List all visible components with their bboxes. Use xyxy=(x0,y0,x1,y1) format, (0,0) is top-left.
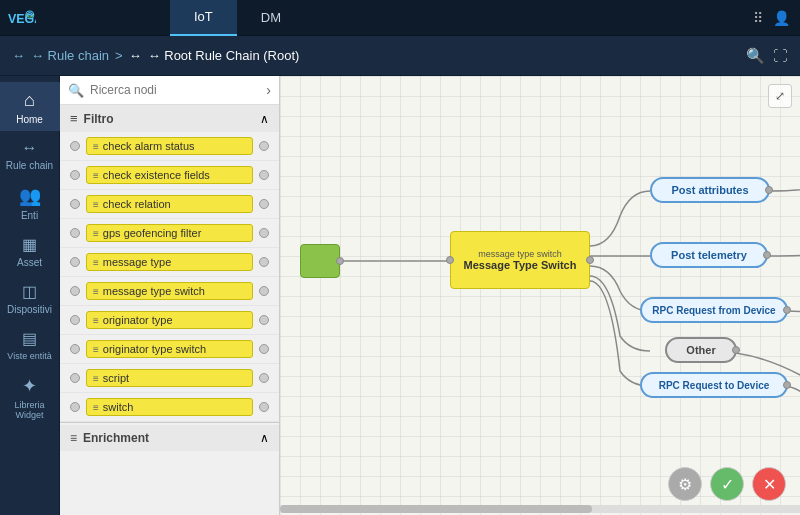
search-bar: 🔍 › xyxy=(60,76,279,105)
node-chip-gps: ≡ gps geofencing filter xyxy=(86,224,253,242)
list-item-message-type[interactable]: ≡ message type xyxy=(60,248,279,277)
port-left-5 xyxy=(70,257,80,267)
cancel-button[interactable]: ✕ xyxy=(752,467,786,501)
port-left-6 xyxy=(70,286,80,296)
chip-icon-6: ≡ xyxy=(93,286,99,297)
chip-icon-10: ≡ xyxy=(93,402,99,413)
search-icon[interactable]: 🔍 xyxy=(746,47,765,65)
nav-home[interactable]: ⌂ Home xyxy=(0,82,60,131)
user-icon[interactable]: 👤 xyxy=(773,10,790,26)
node-chip-check-alarm: ≡ check alarm status xyxy=(86,137,253,155)
search-input[interactable] xyxy=(90,83,260,97)
grid-icon[interactable]: ⠿ xyxy=(753,10,763,26)
enrichment-header[interactable]: ≡ Enrichment ∧ xyxy=(60,425,279,451)
canvas-scrollbar[interactable] xyxy=(280,505,800,513)
left-nav: ⌂ Home ↔ Rule chain 👥 Enti ▦ Asset ◫ Dis… xyxy=(0,76,60,515)
node-other[interactable]: Other xyxy=(665,337,737,363)
scrollbar-thumb xyxy=(280,505,592,513)
list-item-check-alarm[interactable]: ≡ check alarm status xyxy=(60,132,279,161)
node-panel: 🔍 › ≡ Filtro ∧ ≡ check alarm status xyxy=(60,76,280,515)
nav-viste-entita[interactable]: ▤ Viste entità xyxy=(0,321,60,367)
tab-dm[interactable]: DM xyxy=(237,0,305,36)
node-chip-originator-type: ≡ originator type xyxy=(86,311,253,329)
filter-icon: ≡ xyxy=(70,111,78,126)
port-left-8 xyxy=(70,344,80,354)
node-chip-check-relation: ≡ check relation xyxy=(86,195,253,213)
port-right-7 xyxy=(259,315,269,325)
widget-icon: ✦ xyxy=(22,375,37,397)
breadcrumb-sep: > xyxy=(115,48,123,63)
list-item-message-type-switch[interactable]: ≡ message type switch xyxy=(60,277,279,306)
enrichment-collapse-icon[interactable]: ∧ xyxy=(260,431,269,445)
home-icon: ⌂ xyxy=(24,90,35,111)
pt-port-right xyxy=(763,251,771,259)
logo-icon: VEGA xyxy=(8,7,36,29)
port-right-4 xyxy=(259,228,269,238)
chip-icon-9: ≡ xyxy=(93,373,99,384)
list-item-originator-type-switch[interactable]: ≡ originator type switch xyxy=(60,335,279,364)
rule-chain-icon: ↔ xyxy=(12,48,25,63)
nav-libreria-widget[interactable]: ✦ Libreria Widget xyxy=(0,367,60,426)
nav-dispositivi[interactable]: ◫ Dispositivi xyxy=(0,274,60,321)
port-right-8 xyxy=(259,344,269,354)
port-right-1 xyxy=(259,141,269,151)
node-chip-msg-type-switch: ≡ message type switch xyxy=(86,282,253,300)
nav-rule-chain[interactable]: ↔ Rule chain xyxy=(0,131,60,177)
filter-header[interactable]: ≡ Filtro ∧ xyxy=(60,105,279,132)
port-left-2 xyxy=(70,170,80,180)
list-item-check-relation[interactable]: ≡ check relation xyxy=(60,190,279,219)
nav-enti[interactable]: 👥 Enti xyxy=(0,177,60,227)
chip-icon-5: ≡ xyxy=(93,257,99,268)
main-area: ⌂ Home ↔ Rule chain 👥 Enti ▦ Asset ◫ Dis… xyxy=(0,76,800,515)
panel-close-icon[interactable]: › xyxy=(266,82,271,98)
pa-port-right xyxy=(765,186,773,194)
confirm-button[interactable]: ✓ xyxy=(710,467,744,501)
enrichment-header-left: ≡ Enrichment xyxy=(70,431,149,445)
breadcrumb-bar: ↔ ↔ Rule chain > ↔ ↔ Root Rule Chain (Ro… xyxy=(0,36,800,76)
node-rpc-request-from-device[interactable]: RPC Request from Device xyxy=(640,297,788,323)
chip-icon-4: ≡ xyxy=(93,228,99,239)
canvas-area[interactable]: ⤢ message type switch Message Type Switc… xyxy=(280,76,800,515)
port-right-10 xyxy=(259,402,269,412)
node-input[interactable] xyxy=(300,244,340,278)
node-post-telemetry[interactable]: Post telemetry xyxy=(650,242,768,268)
canvas-expand-button[interactable]: ⤢ xyxy=(768,84,792,108)
port-left-9 xyxy=(70,373,80,383)
canvas-bottom-actions: ⚙ ✓ ✕ xyxy=(668,467,786,501)
mts-port-left xyxy=(446,256,454,264)
list-item-gps-geofencing[interactable]: ≡ gps geofencing filter xyxy=(60,219,279,248)
filter-collapse-icon[interactable]: ∧ xyxy=(260,112,269,126)
node-rpc-request-to-device[interactable]: RPC Request to Device xyxy=(640,372,788,398)
chip-icon-7: ≡ xyxy=(93,315,99,326)
list-item-check-existence[interactable]: ≡ check existence fields xyxy=(60,161,279,190)
port-right-6 xyxy=(259,286,269,296)
rule-chain-nav-icon: ↔ xyxy=(22,139,38,157)
node-post-attributes[interactable]: Post attributes xyxy=(650,177,770,203)
viste-icon: ▤ xyxy=(22,329,37,348)
fullscreen-icon[interactable]: ⛶ xyxy=(773,47,788,65)
node-chip-script: ≡ script xyxy=(86,369,253,387)
top-right-icons: ⠿ 👤 xyxy=(753,10,800,26)
breadcrumb-rule-chain[interactable]: ↔ ↔ Rule chain xyxy=(12,48,109,63)
connections-svg xyxy=(280,76,800,515)
nav-asset[interactable]: ▦ Asset xyxy=(0,227,60,274)
enrichment-icon: ≡ xyxy=(70,431,77,445)
list-item-script[interactable]: ≡ script xyxy=(60,364,279,393)
node-chip-check-existence: ≡ check existence fields xyxy=(86,166,253,184)
port-left-3 xyxy=(70,199,80,209)
tab-iot[interactable]: IoT xyxy=(170,0,237,36)
rfd-port-right xyxy=(783,306,791,314)
node-message-type-switch[interactable]: message type switch Message Type Switch xyxy=(450,231,590,289)
port-left-4 xyxy=(70,228,80,238)
logo-area: VEGA xyxy=(0,7,150,29)
node-chip-orig-type-switch: ≡ originator type switch xyxy=(86,340,253,358)
gear-button[interactable]: ⚙ xyxy=(668,467,702,501)
port-right-5 xyxy=(259,257,269,267)
dispositivi-icon: ◫ xyxy=(22,282,37,301)
list-item-switch[interactable]: ≡ switch xyxy=(60,393,279,422)
enti-icon: 👥 xyxy=(19,185,41,207)
list-item-originator-type[interactable]: ≡ originator type xyxy=(60,306,279,335)
mts-port-right xyxy=(586,256,594,264)
port-left-1 xyxy=(70,141,80,151)
breadcrumb-right: 🔍 ⛶ xyxy=(746,47,788,65)
